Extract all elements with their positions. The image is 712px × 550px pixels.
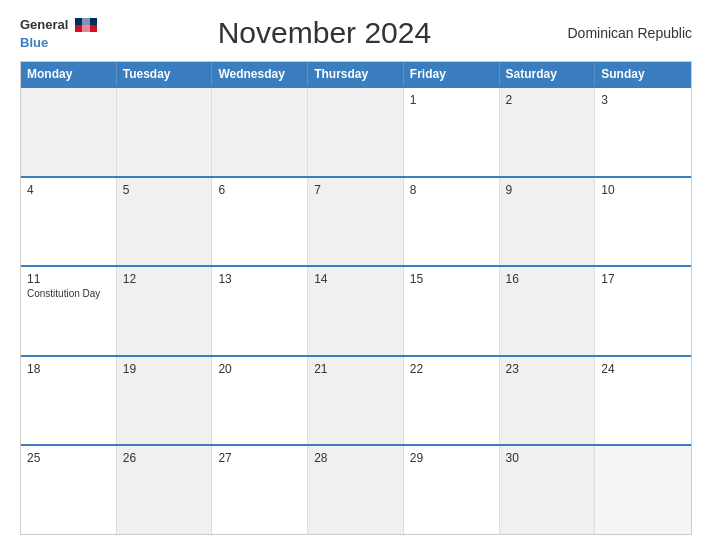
header-day-friday: Friday (404, 62, 500, 86)
cal-cell-4-4: 21 (308, 357, 404, 445)
cal-cell-4-3: 20 (212, 357, 308, 445)
day-number: 6 (218, 183, 301, 197)
day-number: 18 (27, 362, 110, 376)
day-number: 14 (314, 272, 397, 286)
cal-cell-1-3 (212, 88, 308, 176)
week-row-2: 45678910 (21, 176, 691, 266)
cal-cell-1-5: 1 (404, 88, 500, 176)
cal-cell-3-6: 16 (500, 267, 596, 355)
week-row-5: 252627282930 (21, 444, 691, 534)
cal-cell-5-1: 25 (21, 446, 117, 534)
cal-cell-3-7: 17 (595, 267, 691, 355)
cal-cell-1-7: 3 (595, 88, 691, 176)
cal-cell-5-6: 30 (500, 446, 596, 534)
cal-cell-3-4: 14 (308, 267, 404, 355)
cal-cell-2-1: 4 (21, 178, 117, 266)
cal-cell-2-3: 6 (212, 178, 308, 266)
day-number: 29 (410, 451, 493, 465)
day-number: 10 (601, 183, 685, 197)
svg-rect-2 (82, 18, 90, 32)
day-number: 23 (506, 362, 589, 376)
day-number: 22 (410, 362, 493, 376)
day-number: 4 (27, 183, 110, 197)
logo: General Blue (20, 15, 97, 51)
logo-top-line: General (20, 15, 97, 33)
logo-general: General (20, 17, 68, 32)
cal-cell-4-5: 22 (404, 357, 500, 445)
day-number: 19 (123, 362, 206, 376)
week-row-3: 11Constitution Day121314151617 (21, 265, 691, 355)
logo-blue: Blue (20, 35, 48, 50)
day-number: 24 (601, 362, 685, 376)
cal-cell-2-7: 10 (595, 178, 691, 266)
calendar-page: General Blue November 2024 Dominican Rep… (0, 0, 712, 550)
day-number: 17 (601, 272, 685, 286)
cal-cell-5-5: 29 (404, 446, 500, 534)
day-number: 5 (123, 183, 206, 197)
cal-cell-4-1: 18 (21, 357, 117, 445)
cal-cell-4-7: 24 (595, 357, 691, 445)
header-day-sunday: Sunday (595, 62, 691, 86)
header-day-saturday: Saturday (500, 62, 596, 86)
header-day-wednesday: Wednesday (212, 62, 308, 86)
calendar-body: 1234567891011Constitution Day12131415161… (21, 86, 691, 534)
day-number: 11 (27, 272, 110, 286)
day-number: 26 (123, 451, 206, 465)
cal-cell-2-5: 8 (404, 178, 500, 266)
cal-cell-3-2: 12 (117, 267, 213, 355)
day-number: 27 (218, 451, 301, 465)
week-row-4: 18192021222324 (21, 355, 691, 445)
country-name: Dominican Republic (552, 25, 692, 41)
cal-cell-2-4: 7 (308, 178, 404, 266)
day-number: 9 (506, 183, 589, 197)
day-number: 15 (410, 272, 493, 286)
day-number: 1 (410, 93, 493, 107)
cal-cell-1-4 (308, 88, 404, 176)
day-number: 30 (506, 451, 589, 465)
cal-cell-1-1 (21, 88, 117, 176)
calendar: MondayTuesdayWednesdayThursdayFridaySatu… (20, 61, 692, 535)
day-number: 8 (410, 183, 493, 197)
cal-cell-5-7 (595, 446, 691, 534)
cal-cell-3-3: 13 (212, 267, 308, 355)
cal-cell-5-3: 27 (212, 446, 308, 534)
day-number: 3 (601, 93, 685, 107)
calendar-header: MondayTuesdayWednesdayThursdayFridaySatu… (21, 62, 691, 86)
day-number: 16 (506, 272, 589, 286)
cal-cell-3-1: 11Constitution Day (21, 267, 117, 355)
cal-cell-2-6: 9 (500, 178, 596, 266)
cal-cell-5-2: 26 (117, 446, 213, 534)
month-title: November 2024 (97, 16, 552, 50)
day-number: 28 (314, 451, 397, 465)
header-day-monday: Monday (21, 62, 117, 86)
cal-cell-4-6: 23 (500, 357, 596, 445)
day-number: 21 (314, 362, 397, 376)
day-number: 12 (123, 272, 206, 286)
cal-cell-4-2: 19 (117, 357, 213, 445)
day-number: 25 (27, 451, 110, 465)
day-number: 13 (218, 272, 301, 286)
cal-cell-1-6: 2 (500, 88, 596, 176)
logo-flag-icon (75, 18, 97, 32)
holiday-label: Constitution Day (27, 288, 110, 299)
header: General Blue November 2024 Dominican Rep… (20, 15, 692, 51)
day-number: 2 (506, 93, 589, 107)
day-number: 20 (218, 362, 301, 376)
cal-cell-1-2 (117, 88, 213, 176)
cal-cell-3-5: 15 (404, 267, 500, 355)
day-number: 7 (314, 183, 397, 197)
cal-cell-2-2: 5 (117, 178, 213, 266)
week-row-1: 123 (21, 86, 691, 176)
header-day-tuesday: Tuesday (117, 62, 213, 86)
cal-cell-5-4: 28 (308, 446, 404, 534)
header-day-thursday: Thursday (308, 62, 404, 86)
